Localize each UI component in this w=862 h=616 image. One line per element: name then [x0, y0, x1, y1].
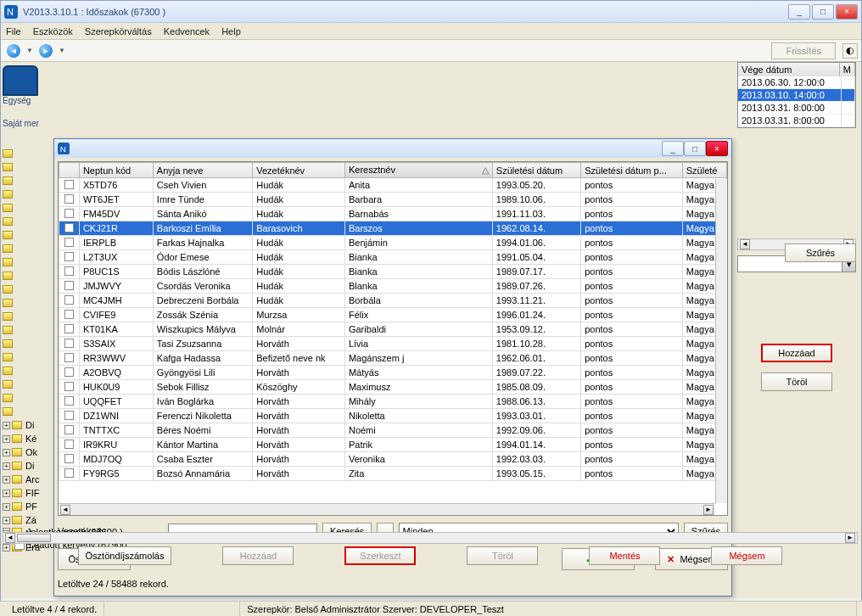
row-checkbox[interactable]: [59, 409, 80, 423]
table-row[interactable]: FY9RG5Bozsó AnnamáriaHorváthZita1993.05.…: [59, 467, 727, 481]
grid-header[interactable]: Neptun kód: [79, 163, 153, 178]
refresh-button[interactable]: Frissítés: [771, 42, 836, 59]
periods-col-vege[interactable]: Vége dátum: [738, 63, 840, 76]
row-checkbox[interactable]: [59, 423, 80, 438]
scroll-left-icon[interactable]: ◄: [60, 505, 70, 515]
dialog-minimize[interactable]: _: [662, 141, 684, 156]
grid-header[interactable]: Születé: [682, 163, 726, 178]
scroll-left-icon[interactable]: ◄: [5, 533, 15, 543]
tree-expander[interactable]: +: [3, 476, 10, 484]
table-row[interactable]: A2OBVQGyöngyösi LiliHorváthMátyás1989.07…: [59, 366, 727, 380]
tree-item[interactable]: Ké: [25, 434, 36, 444]
scroll-right-icon[interactable]: ►: [845, 533, 855, 543]
table-row[interactable]: UQQFETIván BoglárkaHorváthMihály1988.06.…: [59, 395, 727, 409]
close-button[interactable]: ×: [836, 4, 858, 20]
torol-bottom-button[interactable]: Töröl: [467, 546, 538, 565]
nav-tree[interactable]: +Di+Ké+Ok+Di+Arc+FIF+PF+Zá+Ne+Era: [3, 147, 52, 554]
hozzaad-bottom-button[interactable]: Hozzáad: [222, 546, 294, 565]
tree-expander[interactable]: +: [3, 449, 10, 456]
row-checkbox[interactable]: [59, 207, 80, 221]
row-checkbox[interactable]: [59, 395, 80, 409]
row-checkbox[interactable]: [59, 236, 80, 250]
tree-item[interactable]: Zá: [25, 515, 36, 525]
grid-header[interactable]: Keresztnév △: [344, 163, 492, 178]
table-row[interactable]: FM45DVSánta AnikóHudákBarnabás1991.11.03…: [59, 207, 727, 221]
table-row[interactable]: CKJ21RBarkoszi EmíliaBarasovichBarszos19…: [59, 221, 727, 236]
scroll-left-icon[interactable]: ◄: [740, 239, 750, 249]
grid-header[interactable]: Anyja neve: [153, 163, 252, 178]
row-checkbox[interactable]: [59, 452, 80, 467]
table-row[interactable]: MC4JMHDebreczeni BorbálaHudákBorbála1993…: [59, 294, 727, 308]
mentes-button[interactable]: Mentés: [589, 546, 660, 565]
grid-header[interactable]: Születési dátum: [492, 163, 580, 178]
periods-col-m[interactable]: M: [840, 63, 855, 76]
periods-row[interactable]: 2013.03.10. 14:00:0: [738, 89, 855, 102]
menu-file[interactable]: File: [6, 26, 21, 36]
table-row[interactable]: WT6JETImre TündeHudákBarbara1989.10.06.p…: [59, 193, 727, 207]
tree-expander[interactable]: +: [3, 422, 10, 429]
table-row[interactable]: IERPLBFarkas HajnalkaHudákBenjámin1994.0…: [59, 236, 727, 250]
periods-row[interactable]: 2013.03.31. 8:00:00: [738, 115, 855, 127]
oszt-button[interactable]: Ösztöndíjszámolás: [78, 546, 172, 565]
szerkeszt-button[interactable]: Szerkeszt: [344, 546, 416, 565]
options-button[interactable]: ◐: [842, 43, 858, 59]
table-row[interactable]: MDJ7OQCsaba EszterHorváthVeronika1992.03…: [59, 452, 727, 467]
row-checkbox[interactable]: [59, 279, 80, 294]
row-checkbox[interactable]: [59, 366, 80, 380]
table-row[interactable]: P8UC1SBódis LászlónéHudákBianka1989.07.1…: [59, 265, 727, 279]
nav-fwd-dd[interactable]: ▼: [59, 47, 65, 54]
grid-header[interactable]: Vezetéknév: [253, 163, 345, 178]
grid-header[interactable]: Születési dátum p...: [581, 163, 683, 178]
row-checkbox[interactable]: [59, 337, 80, 351]
nav-back[interactable]: ◄: [4, 42, 23, 59]
tree-expander[interactable]: +: [3, 435, 10, 443]
szures-button[interactable]: Szűrés: [785, 244, 856, 262]
table-row[interactable]: DZ1WNIFerenczi NikolettaHorváthNikoletta…: [59, 409, 727, 423]
row-checkbox[interactable]: [59, 467, 80, 481]
tree-item[interactable]: Ok: [25, 447, 37, 457]
row-checkbox[interactable]: [59, 322, 80, 337]
table-row[interactable]: IR9KRUKántor MartinaHorváthPatrik1994.01…: [59, 438, 727, 452]
menu-szerepkorvaltas[interactable]: Szerepkörváltás: [85, 26, 152, 36]
maximize-button[interactable]: □: [812, 4, 834, 20]
main-hscroll[interactable]: ◄ ►: [3, 532, 858, 544]
table-row[interactable]: KT01KAWiszkupics MályvaMolnárGaribaldi19…: [59, 322, 727, 337]
scroll-right-icon[interactable]: ►: [703, 505, 714, 515]
nav-forward[interactable]: ►: [36, 42, 55, 59]
row-checkbox[interactable]: [59, 294, 80, 308]
tree-item[interactable]: Di: [25, 461, 34, 471]
torol-button[interactable]: Töröl: [761, 372, 832, 391]
table-row[interactable]: RR3WWVKafga HadassaBefizető neve nkMagán…: [59, 351, 727, 366]
dialog-maximize[interactable]: □: [684, 141, 706, 156]
tree-item[interactable]: PF: [25, 501, 37, 512]
hozzaad-button[interactable]: Hozzáad: [761, 344, 832, 362]
table-row[interactable]: TNTTXCBéres NoémiHorváthNoémi1992.09.06.…: [59, 423, 727, 438]
tree-expander[interactable]: +: [3, 503, 10, 511]
periods-grid[interactable]: Vége dátum M 2013.06.30. 12:00:02013.03.…: [737, 62, 856, 128]
table-row[interactable]: X5TD76Cseh VivienHudákAnita1993.05.20.po…: [59, 178, 727, 193]
people-grid[interactable]: Neptun kódAnyja neveVezetéknévKeresztnév…: [58, 161, 728, 516]
minimize-button[interactable]: _: [788, 4, 810, 20]
periods-row[interactable]: 2013.03.31. 8:00:00: [738, 102, 855, 115]
periods-row[interactable]: 2013.06.30. 12:00:0: [738, 76, 855, 89]
row-checkbox[interactable]: [59, 308, 80, 322]
row-checkbox[interactable]: [59, 438, 80, 452]
dialog-close[interactable]: ×: [706, 141, 728, 156]
menu-help[interactable]: Help: [221, 26, 241, 36]
tree-item[interactable]: FIF: [25, 488, 40, 498]
row-checkbox[interactable]: [59, 351, 80, 366]
tree-expander[interactable]: +: [3, 517, 10, 524]
scroll-thumb[interactable]: [17, 534, 51, 542]
nav-back-dd[interactable]: ▼: [26, 47, 33, 54]
table-row[interactable]: L2T3UXÓdor EmeseHudákBianka1991.05.04.po…: [59, 250, 727, 265]
table-row[interactable]: JMJWVYCsordás VeronikaHudákBlanka1989.07…: [59, 279, 727, 294]
row-checkbox[interactable]: [59, 265, 80, 279]
row-checkbox[interactable]: [59, 380, 80, 395]
grid-vscroll[interactable]: [715, 179, 727, 503]
megsem-bottom-button[interactable]: Mégsem: [711, 546, 782, 565]
row-checkbox[interactable]: [59, 178, 80, 193]
tree-item[interactable]: Arc: [25, 474, 40, 484]
tree-expander[interactable]: +: [3, 490, 10, 497]
table-row[interactable]: HUK0U9Sebok FilliszKöszöghyMaximusz1985.…: [59, 380, 727, 395]
tree-expander[interactable]: +: [3, 462, 10, 470]
